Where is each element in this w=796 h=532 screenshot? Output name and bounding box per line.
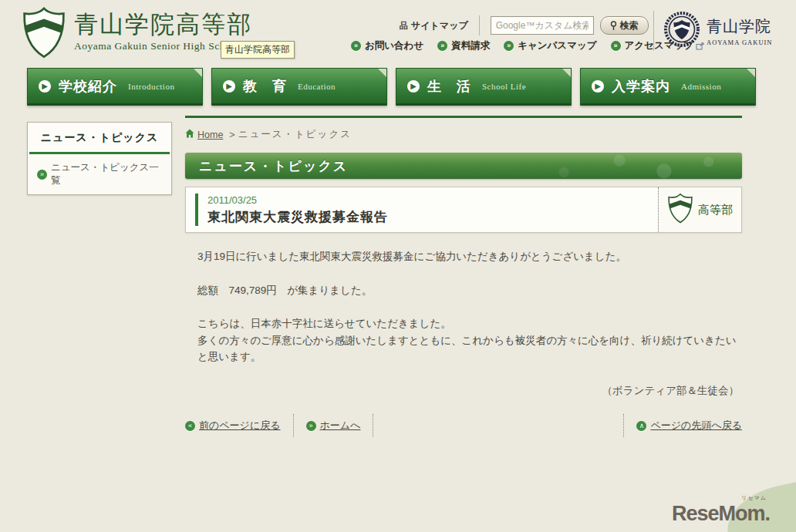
corner-fold	[194, 69, 202, 77]
back-to-top-link[interactable]: ∧ ページの先頭へ戻る	[636, 419, 742, 433]
main-content: Home > ニュース・トピックス ニュース・トピックス 2011/03/25 …	[185, 116, 742, 399]
top-link-label: ページの先頭へ戻る	[650, 419, 742, 433]
nav-label-en: Introduction	[128, 82, 174, 91]
resemom-watermark: リセマム ReseMom.	[672, 494, 770, 526]
search-input[interactable]	[491, 16, 594, 35]
sidebar-item-label: ニュース・トピックス一覧	[51, 161, 165, 187]
arrow-circle-icon: »	[611, 41, 621, 51]
sitemap-icon: 品	[400, 20, 408, 32]
sitemap-link[interactable]: 品 サイトマップ	[400, 19, 468, 32]
brochure-request-link[interactable]: » 資料請求	[437, 39, 490, 52]
back-to-previous-link[interactable]: « 前のページに戻る	[185, 419, 281, 433]
sidebar-news-topics: ニュース・トピックス » ニュース・トピックス一覧	[27, 122, 172, 195]
back-link-label: 前のページに戻る	[199, 419, 281, 433]
content-top-rule	[185, 116, 742, 118]
article-body: 3月19日に行いました東北関東大震災救援募金にご協力いただきありがとうございまし…	[185, 248, 742, 399]
divider	[479, 15, 480, 35]
badge-shield-icon	[667, 193, 693, 227]
play-circle-icon: ▶	[407, 80, 420, 93]
header-utilities: 品 サイトマップ 検索	[400, 15, 649, 35]
nav-label-en: Education	[298, 82, 336, 91]
breadcrumb-home-link[interactable]: Home	[197, 130, 223, 140]
nav-label-jp: 学校紹介	[59, 77, 117, 96]
nav-label-en: School Life	[482, 82, 526, 91]
arrow-left-circle-icon: «	[185, 421, 195, 431]
nav-school-life[interactable]: ▶ 生 活 School Life	[396, 68, 572, 106]
home-link-label: ホームへ	[320, 419, 361, 433]
school-shield-icon	[22, 5, 66, 62]
footer-left-links: « 前のページに戻る » ホームへ	[185, 414, 386, 437]
brand-name-en: AOYAMA GAKUIN	[707, 39, 773, 46]
logo-tooltip: 青山学院高等部	[221, 41, 295, 59]
play-circle-icon: ▶	[39, 80, 51, 93]
corner-fold	[562, 69, 571, 77]
nav-label-jp: 生 活	[427, 77, 471, 96]
article-paragraph: 多くの方々のご厚意に心から感謝いたしますとともに、これからも被災者の方々に心を向…	[197, 332, 742, 365]
arrow-circle-icon: »	[306, 421, 316, 431]
breadcrumb-current: ニュース・トピックス	[238, 128, 352, 141]
home-icon	[185, 129, 194, 140]
nav-introduction[interactable]: ▶ 学校紹介 Introduction	[27, 68, 203, 106]
nav-label-en: Admission	[681, 82, 721, 91]
article-date: 2011/03/25	[207, 194, 388, 206]
arrow-up-circle-icon: ∧	[636, 421, 646, 431]
breadcrumb-separator: >	[229, 130, 234, 140]
page: 青山学院高等部 Aoyama Gakuin Senior High School…	[0, 0, 796, 532]
header: 青山学院高等部 Aoyama Gakuin Senior High School…	[0, 0, 796, 66]
search-pin-icon	[610, 21, 617, 30]
breadcrumb: Home > ニュース・トピックス	[185, 128, 742, 141]
watermark-text: ReseMom.	[672, 502, 770, 526]
nav-admission[interactable]: ▶ 入学案内 Admission	[580, 68, 756, 106]
badge-label: 高等部	[698, 203, 733, 217]
home-link[interactable]: » ホームへ	[306, 419, 361, 433]
article-badge: 高等部	[658, 187, 741, 232]
arrow-circle-icon: »	[504, 41, 514, 51]
nav-education[interactable]: ▶ 教 育 Education	[211, 68, 387, 106]
campus-map-label: キャンパスマップ	[518, 39, 596, 52]
arrow-circle-icon: »	[37, 170, 47, 180]
page-title-bar: ニュース・トピックス	[185, 153, 742, 179]
school-logo[interactable]: 青山学院高等部 Aoyama Gakuin Senior High School	[22, 5, 252, 62]
nav-label-jp: 教 育	[243, 77, 287, 96]
corner-fold	[747, 69, 755, 77]
search-button-label: 検索	[620, 19, 639, 32]
nav-label-jp: 入学案内	[612, 77, 670, 96]
aoyama-gakuin-emblem-icon	[663, 11, 700, 51]
search-button[interactable]: 検索	[600, 16, 649, 35]
article-signature: （ボランティア部＆生徒会）	[197, 382, 742, 399]
aoyama-gakuin-brand[interactable]: 青山学院 AOYAMA GAKUIN	[653, 11, 773, 51]
divider	[653, 11, 654, 51]
brand-name-jp: 青山学院	[707, 16, 773, 37]
page-title: ニュース・トピックス	[199, 157, 348, 175]
contact-link[interactable]: » お問い合わせ	[351, 39, 423, 52]
watermark-ruby: リセマム	[672, 494, 767, 502]
article-header: 2011/03/25 東北関東大震災救援募金報告 高等部	[185, 187, 742, 233]
footer-right-links: ∧ ページの先頭へ戻る	[611, 414, 742, 437]
arrow-circle-icon: »	[437, 41, 447, 51]
divider	[293, 414, 294, 437]
article-paragraph: こちらは、日本赤十字社に送らせていただきました。	[197, 315, 742, 332]
article-paragraph: 3月19日に行いました東北関東大震災救援募金にご協力いただきありがとうございまし…	[197, 248, 742, 265]
school-name: 青山学院高等部	[74, 10, 252, 39]
play-circle-icon: ▶	[223, 80, 235, 93]
article-paragraph: 総額 749,789円 が集まりました。	[197, 282, 742, 299]
divider	[373, 414, 373, 437]
sidebar-title: ニュース・トピックス	[28, 123, 171, 152]
article-title: 東北関東大震災救援募金報告	[207, 208, 388, 226]
divider	[623, 414, 624, 437]
main-nav: ▶ 学校紹介 Introduction ▶ 教 育 Education ▶ 生 …	[27, 68, 769, 106]
corner-fold	[378, 69, 386, 77]
sidebar-item-news-list[interactable]: » ニュース・トピックス一覧	[28, 154, 171, 194]
brochure-label: 資料請求	[451, 39, 490, 52]
content-footer: « 前のページに戻る » ホームへ ∧ ページの先頭へ戻る	[185, 414, 742, 437]
campus-map-link[interactable]: » キャンパスマップ	[504, 39, 596, 52]
contact-label: お問い合わせ	[365, 39, 423, 52]
arrow-circle-icon: »	[351, 41, 361, 51]
sitemap-label: サイトマップ	[411, 19, 468, 32]
article-accent-bar	[195, 194, 198, 226]
play-circle-icon: ▶	[592, 80, 604, 93]
article-header-left: 2011/03/25 東北関東大震災救援募金報告	[186, 187, 658, 232]
